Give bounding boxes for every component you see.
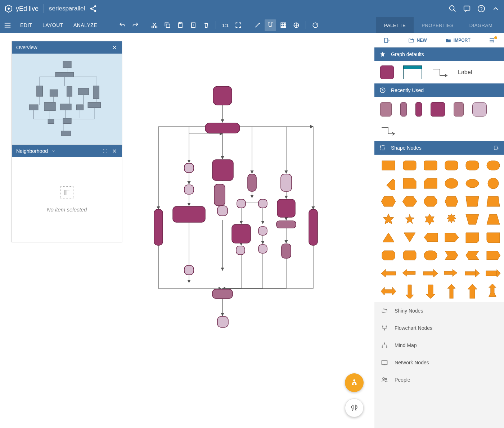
shape-item[interactable] — [485, 176, 501, 191]
shape-item[interactable] — [423, 230, 438, 245]
shape-item[interactable] — [423, 176, 438, 191]
shape-item[interactable] — [402, 212, 418, 227]
shape-item[interactable] — [423, 266, 438, 281]
shape-item[interactable] — [464, 266, 480, 281]
shape-item[interactable] — [485, 158, 501, 173]
category-shiny[interactable]: Shiny Nodes — [374, 302, 504, 319]
shape-item[interactable] — [402, 194, 418, 209]
shape-item[interactable] — [380, 176, 397, 191]
delete-button[interactable] — [201, 19, 212, 31]
edge-tool-button[interactable] — [252, 19, 263, 31]
recent-item[interactable] — [454, 102, 464, 117]
shape-item[interactable] — [464, 284, 480, 299]
shape-item[interactable] — [402, 230, 418, 245]
zoom-reset-button[interactable]: 1:1 — [220, 19, 231, 31]
shape-item[interactable] — [464, 248, 480, 263]
shape-item[interactable] — [402, 248, 418, 263]
menu-analyze[interactable]: ANALYZE — [68, 19, 102, 31]
recent-item[interactable] — [415, 102, 422, 117]
tab-diagram[interactable]: DIAGRAM — [462, 17, 500, 33]
shape-item[interactable] — [380, 194, 397, 209]
shape-item[interactable] — [423, 194, 438, 209]
recent-item[interactable] — [380, 125, 396, 136]
shape-item[interactable] — [423, 212, 438, 227]
chevron-down-icon[interactable] — [51, 149, 56, 153]
shape-item[interactable] — [444, 248, 459, 263]
shape-item[interactable] — [485, 284, 501, 299]
paste-special-button[interactable]: + — [188, 19, 199, 31]
grid-button[interactable] — [278, 19, 289, 31]
shape-item[interactable] — [380, 230, 397, 245]
shape-item[interactable] — [380, 266, 397, 281]
shape-item[interactable] — [464, 176, 480, 191]
shape-item[interactable] — [485, 212, 501, 227]
shape-item[interactable] — [444, 158, 459, 173]
shape-item[interactable] — [444, 176, 459, 191]
default-group-style[interactable] — [403, 65, 422, 79]
fit-button[interactable] — [233, 19, 244, 31]
shape-item[interactable] — [485, 266, 501, 281]
shape-item[interactable] — [380, 212, 397, 227]
menu-layout[interactable]: LAYOUT — [37, 19, 68, 31]
app-logo[interactable]: yEd live — [4, 4, 39, 13]
layout-fab[interactable] — [345, 373, 364, 392]
shape-item[interactable] — [464, 230, 480, 245]
shape-item[interactable] — [423, 284, 438, 299]
shape-item[interactable] — [444, 284, 459, 299]
hamburger-icon[interactable] — [4, 21, 12, 29]
recent-item[interactable] — [380, 102, 392, 117]
shape-item[interactable] — [444, 194, 459, 209]
default-label-style[interactable]: Label — [458, 69, 472, 76]
shape-item[interactable] — [464, 194, 480, 209]
canvas[interactable]: Overview — [0, 33, 374, 428]
redo-button[interactable] — [130, 19, 141, 31]
shape-item[interactable] — [402, 266, 418, 281]
shape-item[interactable] — [485, 248, 501, 263]
section-shapes-header[interactable]: Shape Nodes — [374, 141, 504, 155]
expand-icon[interactable] — [102, 148, 108, 154]
search-icon[interactable] — [449, 5, 456, 13]
shape-item[interactable] — [444, 212, 459, 227]
cut-button[interactable] — [149, 19, 160, 31]
copy-button[interactable] — [162, 19, 173, 31]
shape-item[interactable] — [485, 230, 501, 245]
category-people[interactable]: People — [374, 371, 504, 388]
refresh-button[interactable] — [310, 19, 321, 31]
collapse-icon[interactable] — [492, 5, 500, 13]
shape-item[interactable] — [380, 248, 397, 263]
new-palette-button[interactable]: NEW — [408, 37, 427, 44]
recent-item[interactable] — [400, 102, 407, 117]
section-defaults-header[interactable]: Graph defaults — [374, 47, 504, 61]
ai-fab[interactable] — [345, 399, 364, 417]
overview-body[interactable] — [12, 54, 122, 147]
tab-palette[interactable]: PALETTE — [376, 17, 414, 33]
orthogonal-button[interactable] — [291, 19, 302, 31]
section-recent-header[interactable]: Recently Used — [374, 83, 504, 97]
shape-item[interactable] — [402, 176, 418, 191]
shape-item[interactable] — [464, 212, 480, 227]
feedback-icon[interactable] — [463, 5, 471, 13]
document-name[interactable]: seriesparallel — [49, 5, 85, 12]
shape-item[interactable] — [464, 158, 480, 173]
shape-item[interactable] — [423, 158, 438, 173]
tab-properties[interactable]: PROPERTIES — [414, 17, 462, 33]
default-node-style[interactable] — [380, 65, 394, 79]
category-network[interactable]: Network Nodes — [374, 354, 504, 371]
shape-item[interactable] — [444, 266, 459, 281]
recent-item[interactable] — [431, 102, 445, 117]
shape-item[interactable] — [402, 284, 418, 299]
snap-button[interactable] — [265, 19, 276, 31]
detach-icon[interactable] — [493, 145, 499, 151]
undo-button[interactable] — [117, 19, 128, 31]
default-edge-style[interactable] — [431, 67, 449, 78]
close-icon[interactable] — [112, 45, 117, 50]
category-mindmap[interactable]: Mind Map — [374, 337, 504, 354]
open-palette-button[interactable] — [383, 37, 390, 44]
category-flowchart[interactable]: Flowchart Nodes — [374, 319, 504, 337]
import-palette-button[interactable]: IMPORT — [445, 37, 471, 44]
shape-item[interactable] — [380, 284, 397, 299]
shape-item[interactable] — [423, 248, 438, 263]
help-icon[interactable]: ? — [477, 5, 485, 13]
shape-item[interactable] — [444, 230, 459, 245]
diagram-graph[interactable] — [108, 83, 338, 357]
